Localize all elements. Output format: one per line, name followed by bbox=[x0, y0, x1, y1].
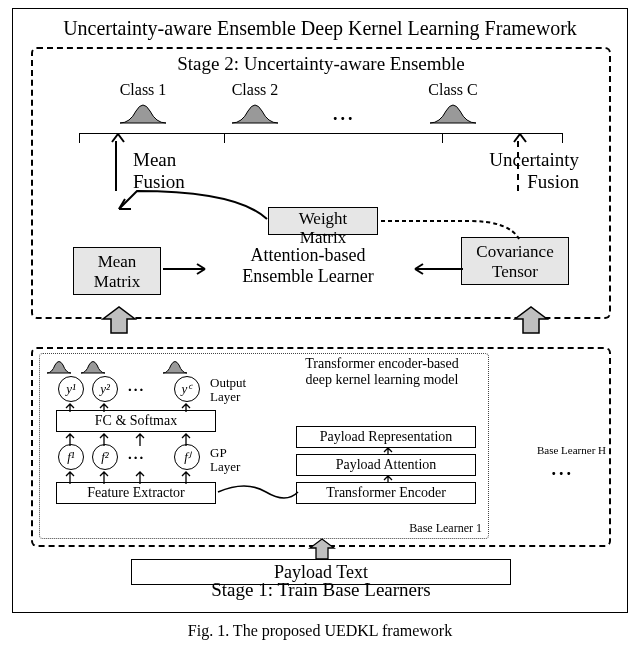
distribution-icon bbox=[230, 99, 280, 125]
node-f2: f² bbox=[92, 444, 118, 470]
distribution-icon bbox=[428, 99, 478, 125]
ael-l1: Attention-based bbox=[251, 245, 366, 265]
mean-fusion-arrow bbox=[115, 141, 117, 191]
stage1-box: y¹ y² ··· yᶜ OutputLayer FC & Softmax f¹… bbox=[31, 327, 611, 597]
uncertainty-fusion-label: UncertaintyFusion bbox=[489, 149, 579, 193]
stage2-title: Stage 2: Uncertainty-aware Ensemble bbox=[33, 53, 609, 75]
node-fJ: fᴶ bbox=[174, 444, 200, 470]
base-learner-H-label: Base Learner H bbox=[537, 444, 606, 456]
stage2-box: Stage 2: Uncertainty-aware Ensemble Clas… bbox=[31, 47, 611, 319]
class-2-label: Class 2 bbox=[232, 81, 279, 98]
node-f1: f¹ bbox=[58, 444, 84, 470]
connector-fe-encoder bbox=[216, 482, 302, 508]
enc-title-l1: Transformer encoder-based bbox=[305, 356, 459, 371]
figure-caption: Fig. 1. The proposed UEDKL framework bbox=[0, 622, 640, 640]
cov-tensor-l2: Tensor bbox=[492, 262, 538, 281]
mean-matrix-box: Mean Matrix bbox=[73, 247, 161, 295]
node-yC: yᶜ bbox=[174, 376, 200, 402]
gp-layer-label: GPLayer bbox=[210, 446, 240, 475]
enc-title-l2: deep kernel learning model bbox=[306, 372, 459, 387]
base-learner-ellipsis: ··· bbox=[552, 464, 575, 485]
node-y2: y² bbox=[92, 376, 118, 402]
main-title: Uncertainty-aware Ensemble Deep Kernel L… bbox=[13, 17, 627, 40]
class-row: Class 1 Class 2 ··· Class C bbox=[33, 81, 609, 133]
weight-matrix-l1: Weight bbox=[299, 209, 348, 228]
fc-softmax-box: FC & Softmax bbox=[56, 410, 216, 432]
output-layer-label: OutputLayer bbox=[210, 376, 246, 405]
class-ellipsis: ··· bbox=[333, 109, 356, 130]
arrows-fe-f bbox=[58, 470, 208, 484]
class-C-label: Class C bbox=[428, 81, 477, 98]
ael-l2: Ensemble Learner bbox=[242, 266, 373, 286]
distribution-icon bbox=[118, 99, 168, 125]
arrows-enc-stack bbox=[348, 446, 428, 486]
stage1-title: Stage 1: Train Base Learners bbox=[31, 579, 611, 601]
feature-extractor-box: Feature Extractor bbox=[56, 482, 216, 504]
weight-matrix-box: Weight Matrix bbox=[268, 207, 378, 235]
big-arrow-payload bbox=[307, 537, 337, 561]
encoder-title: Transformer encoder-based deep kernel le… bbox=[282, 356, 482, 388]
class-1-label: Class 1 bbox=[120, 81, 167, 98]
distribution-icon bbox=[46, 358, 72, 374]
outer-frame: Uncertainty-aware Ensemble Deep Kernel L… bbox=[12, 8, 628, 613]
distribution-icon bbox=[80, 358, 106, 374]
weight-to-mean-arrow bbox=[117, 189, 269, 229]
arrow-up-icon bbox=[513, 133, 527, 143]
weight-matrix-l2: Matrix bbox=[300, 228, 346, 247]
base-learner-1-label: Base Learner 1 bbox=[409, 521, 482, 536]
payload-representation-box: Payload Representation bbox=[296, 426, 476, 448]
node-y1: y¹ bbox=[58, 376, 84, 402]
mean-matrix-l1: Mean bbox=[98, 252, 137, 271]
base-learner-1-box: y¹ y² ··· yᶜ OutputLayer FC & Softmax f¹… bbox=[39, 353, 489, 539]
attention-ensemble-learner-label: Attention-based Ensemble Learner bbox=[208, 245, 408, 286]
arrows-fc-y bbox=[58, 402, 208, 412]
mean-fusion-label: MeanFusion bbox=[133, 149, 185, 193]
class-1: Class 1 bbox=[103, 81, 183, 125]
mean-matrix-l2: Matrix bbox=[94, 272, 140, 291]
cov-to-ael-arrow bbox=[405, 263, 463, 275]
mean-to-ael-arrow bbox=[163, 263, 213, 275]
y-ellipsis: ··· bbox=[128, 382, 145, 399]
distribution-icon bbox=[162, 358, 188, 374]
class-C: Class C bbox=[413, 81, 493, 125]
weight-to-cov-arrow bbox=[379, 215, 525, 245]
class-axis-line bbox=[79, 133, 563, 134]
arrow-up-icon bbox=[111, 133, 125, 143]
f-ellipsis: ··· bbox=[128, 450, 145, 467]
class-2: Class 2 bbox=[215, 81, 295, 125]
arrows-f-fc bbox=[58, 432, 208, 446]
